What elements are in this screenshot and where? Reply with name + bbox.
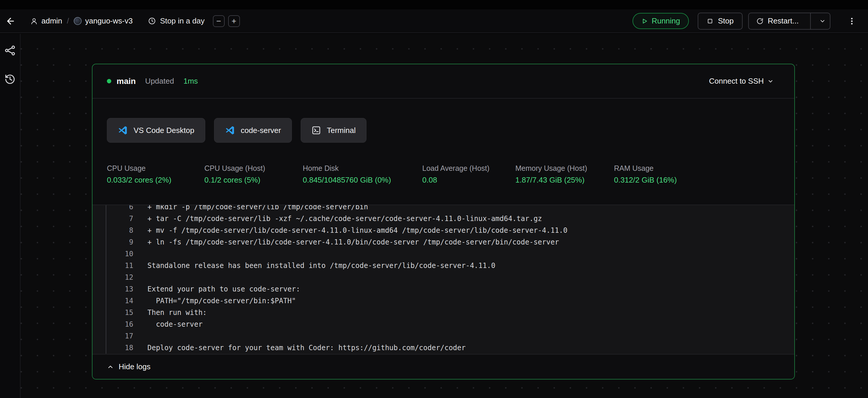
- log-line-text: code-server: [147, 319, 203, 330]
- log-line-text: + mkdir -p /tmp/code-server/lib /tmp/cod…: [147, 205, 368, 213]
- terminal-icon: [312, 126, 321, 135]
- app-button-vscode-desktop[interactable]: VS Code Desktop: [107, 118, 205, 143]
- stat-value: 1.87/7.43 GiB (25%): [515, 175, 614, 185]
- button-divider: [810, 13, 811, 29]
- stat-label: Home Disk: [303, 164, 422, 173]
- stat-label: CPU Usage (Host): [205, 164, 303, 173]
- clock-icon: [148, 17, 156, 25]
- stat-value: 0.845/10485760 GiB (0%): [303, 175, 422, 185]
- log-line-number: 11: [106, 260, 133, 271]
- log-line: 7 + tar -C /tmp/code-server/lib -xzf ~/.…: [93, 213, 794, 225]
- schedule-increase-button[interactable]: +: [228, 15, 240, 27]
- kebab-menu-icon: [847, 17, 856, 26]
- stat-block: CPU Usage (Host) 0.1/2 cores (5%): [205, 164, 303, 185]
- stat-block: Home Disk 0.845/10485760 GiB (0%): [303, 164, 422, 185]
- stat-value: 0.033/2 cores (2%): [107, 175, 205, 185]
- status-badge-label: Running: [652, 16, 680, 26]
- more-options-button[interactable]: [847, 17, 856, 26]
- schedule-decrease-button[interactable]: −: [213, 15, 225, 27]
- log-line: 10: [93, 248, 794, 260]
- workspace-schedule: Stop in a day: [148, 16, 205, 26]
- topbar: admin / yanguo-ws-v3 Stop in a day − + R…: [0, 9, 868, 33]
- restart-dropdown-button[interactable]: [815, 13, 830, 29]
- log-line-number: 8: [106, 225, 133, 236]
- restart-icon: [756, 18, 764, 25]
- log-line: 16 code-server: [93, 319, 794, 330]
- log-viewer[interactable]: 6 + mkdir -p /tmp/code-server/lib /tmp/c…: [93, 205, 794, 354]
- stat-label: RAM Usage: [614, 164, 677, 173]
- breadcrumb-workspace[interactable]: yanguo-ws-v3: [74, 16, 133, 26]
- log-line: 9 + ln -fs /tmp/code-server/lib/code-ser…: [93, 236, 794, 248]
- app-button-terminal[interactable]: Terminal: [301, 118, 367, 143]
- log-line-text: PATH="/tmp/code-server/bin:$PATH": [147, 295, 296, 307]
- connect-ssh-label: Connect to SSH: [709, 77, 764, 86]
- log-line-number: 10: [106, 248, 133, 260]
- sidebar-item-resources[interactable]: [4, 45, 16, 56]
- restart-button-label: Restart...: [768, 16, 799, 26]
- arrow-left-icon: [6, 16, 16, 26]
- agent-status-dot: [107, 79, 111, 84]
- log-line-number: 18: [106, 342, 133, 354]
- hide-logs-label: Hide logs: [119, 362, 150, 371]
- breadcrumb-user[interactable]: admin: [30, 16, 62, 26]
- stat-value: 0.312/2 GiB (16%): [614, 175, 677, 185]
- app-button-label: Terminal: [327, 126, 355, 135]
- log-line-number: 16: [106, 319, 133, 330]
- back-button[interactable]: [6, 16, 16, 26]
- status-badge: Running: [632, 13, 689, 29]
- stat-label: CPU Usage: [107, 164, 205, 173]
- log-line: 11 Standalone release has been installed…: [93, 260, 794, 271]
- resources-graph-icon: [4, 45, 16, 56]
- agent-card: main Updated 1ms Connect to SSH VS Code …: [92, 64, 795, 379]
- apps-row: VS Code Desktop code-server Terminal: [107, 118, 794, 143]
- breadcrumb-workspace-label: yanguo-ws-v3: [85, 16, 133, 26]
- log-line-text: + mv -f /tmp/code-server/lib/code-server…: [147, 225, 567, 236]
- log-line-number: 7: [106, 213, 133, 225]
- sidebar-item-history[interactable]: [4, 74, 16, 85]
- log-line-text: + tar -C /tmp/code-server/lib -xzf ~/.ca…: [147, 213, 542, 225]
- connect-ssh-button[interactable]: Connect to SSH: [709, 77, 774, 86]
- log-line-number: 17: [106, 330, 133, 342]
- app-button-code-server[interactable]: code-server: [214, 118, 292, 143]
- breadcrumb-user-label: admin: [41, 16, 62, 26]
- chevron-down-icon: [819, 18, 826, 24]
- history-icon: [4, 74, 16, 85]
- agent-card-header: main Updated 1ms Connect to SSH: [93, 64, 794, 99]
- user-icon: [30, 17, 38, 25]
- agent-card-body: VS Code Desktop code-server Terminal CPU…: [93, 99, 794, 185]
- log-line: 18 Deploy code-server for your team with…: [93, 342, 794, 354]
- app-button-label: VS Code Desktop: [134, 126, 194, 135]
- log-line: 12: [93, 271, 794, 283]
- workspace-avatar: [74, 17, 82, 25]
- log-line-number: 13: [106, 283, 133, 295]
- log-line: 17: [93, 330, 794, 342]
- stat-label: Memory Usage (Host): [515, 164, 614, 173]
- log-line: 15 Then run with:: [93, 307, 794, 319]
- log-line-number: 15: [106, 307, 133, 319]
- workspace-canvas: main Updated 1ms Connect to SSH VS Code …: [21, 34, 868, 398]
- hide-logs-button[interactable]: Hide logs: [93, 354, 794, 379]
- vscode-icon: [118, 125, 128, 135]
- agent-name: main: [117, 77, 136, 86]
- sidebar: [0, 34, 21, 398]
- log-line-text: Extend your path to use code-server:: [147, 283, 300, 295]
- stat-value: 0.08: [422, 175, 515, 185]
- log-line-number: 14: [106, 295, 133, 307]
- log-line-number: 12: [106, 271, 133, 283]
- stat-block: RAM Usage 0.312/2 GiB (16%): [614, 164, 677, 185]
- log-line-number: 6: [106, 205, 133, 213]
- restart-split-button: Restart...: [748, 12, 830, 30]
- top-strip: [0, 0, 868, 9]
- log-line: 6 + mkdir -p /tmp/code-server/lib /tmp/c…: [93, 205, 794, 213]
- restart-button[interactable]: Restart...: [749, 13, 806, 29]
- app-button-label: code-server: [241, 126, 281, 135]
- stat-label: Load Average (Host): [422, 164, 515, 173]
- stat-block: CPU Usage 0.033/2 cores (2%): [107, 164, 205, 185]
- log-line: 13 Extend your path to use code-server:: [93, 283, 794, 295]
- log-line-text: + ln -fs /tmp/code-server/lib/code-serve…: [147, 236, 559, 248]
- stop-button[interactable]: Stop: [698, 12, 743, 30]
- breadcrumb: admin / yanguo-ws-v3: [30, 16, 133, 26]
- chevron-up-icon: [107, 363, 114, 370]
- schedule-label[interactable]: Stop in a day: [160, 16, 205, 26]
- stat-block: Memory Usage (Host) 1.87/7.43 GiB (25%): [515, 164, 614, 185]
